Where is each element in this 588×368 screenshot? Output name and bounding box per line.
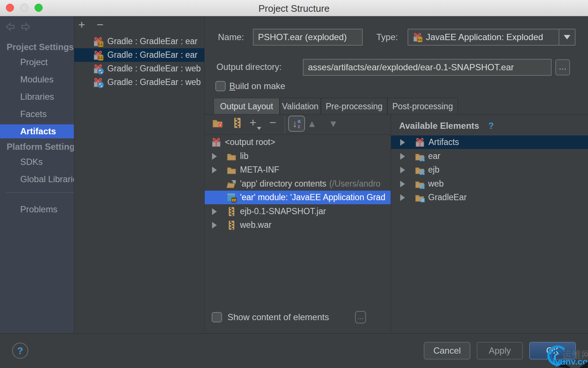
available-row-web[interactable]: web xyxy=(391,177,588,191)
folder-icon xyxy=(226,151,237,162)
expand-arrow-icon[interactable] xyxy=(212,208,217,215)
available-row-ejb[interactable]: ejb xyxy=(391,163,588,177)
output-directory-label: Output directory: xyxy=(216,61,282,72)
window-title: Project Structure xyxy=(0,3,588,14)
move-down-button[interactable]: ▼ xyxy=(329,117,338,130)
available-row-artifacts[interactable]: Artifacts xyxy=(391,135,588,149)
expand-arrow-icon[interactable] xyxy=(400,167,405,173)
tree-row-ejb-jar[interactable]: ejb-0.1-SNAPSHOT.jar xyxy=(205,205,391,218)
name-input[interactable]: PSHOT.ear (exploded) xyxy=(253,29,363,46)
module-folder-icon xyxy=(414,151,425,162)
toolbar-separator xyxy=(284,117,285,133)
remove-element-button[interactable]: − xyxy=(269,116,276,129)
artifact-row-selected[interactable]: Gradle : GradleEar : ear xyxy=(74,48,204,62)
combo-arrow-button[interactable] xyxy=(559,29,575,45)
add-element-button[interactable]: + xyxy=(250,116,257,129)
artifact-web-icon xyxy=(92,63,104,75)
artifact-icon xyxy=(414,137,426,148)
layout-toolbar: + − ↓ az ▲ ▼ xyxy=(205,114,391,135)
javaee-artifact-icon xyxy=(412,32,423,43)
sidebar-item-project[interactable]: Project xyxy=(20,57,74,67)
sidebar-item-sdks[interactable]: SDKs xyxy=(20,157,74,167)
show-content-checkbox[interactable] xyxy=(212,312,222,322)
folder-icon xyxy=(226,164,237,176)
expand-arrow-icon[interactable] xyxy=(400,139,405,146)
tree-row-output-root[interactable]: <output root> xyxy=(205,135,391,149)
tab-post-processing[interactable]: Post-processing xyxy=(387,98,458,114)
browse-output-directory-button[interactable]: … xyxy=(555,59,570,75)
sort-alphabetically-button[interactable]: ↓ az xyxy=(288,116,305,132)
module-folder-icon xyxy=(414,164,425,176)
jar-icon xyxy=(226,220,237,231)
add-element-caret-icon xyxy=(257,127,261,130)
name-label: Name: xyxy=(218,32,244,43)
available-elements-header: Available Elements xyxy=(399,121,479,131)
type-combobox[interactable]: JavaEE Application: Exploded xyxy=(408,29,576,46)
sidebar-item-modules[interactable]: Modules xyxy=(20,74,74,85)
tree-row-web-war[interactable]: web.war xyxy=(205,218,391,232)
artifact-ear-icon xyxy=(92,36,104,47)
artifact-ear-icon xyxy=(92,49,104,61)
tree-row-app-dir-contents[interactable]: 'app' directory contents (/Users/andro xyxy=(205,177,391,191)
artifact-row[interactable]: Gradle : GradleEar : web xyxy=(74,75,204,89)
module-folder-icon xyxy=(414,178,425,190)
artifact-row[interactable]: Gradle : GradleEar : ear xyxy=(74,35,204,48)
dialog-content: Project Settings Project Modules Librari… xyxy=(0,16,588,333)
expand-arrow-icon[interactable] xyxy=(400,153,405,160)
sidebar-item-global-libraries[interactable]: Global Libraries xyxy=(20,174,74,184)
history-nav xyxy=(5,22,31,32)
tab-validation[interactable]: Validation xyxy=(280,98,321,114)
dialog-buttons-bar: ? Cancel Apply OK 运维网 iyunv.com xyxy=(0,333,588,368)
help-button[interactable]: ? xyxy=(12,343,28,359)
chevron-down-icon xyxy=(564,35,570,39)
directory-contents-icon xyxy=(226,178,237,190)
artifact-editor-panel: Name: PSHOT.ear (exploded) Type: JavaEE … xyxy=(204,16,588,333)
artifact-web-icon xyxy=(92,77,104,88)
build-on-make-label: Build on make xyxy=(229,81,285,92)
help-link-icon[interactable]: ? xyxy=(488,121,494,131)
remove-artifact-button[interactable]: − xyxy=(97,20,104,30)
javaee-module-icon xyxy=(226,192,237,203)
expand-arrow-icon[interactable] xyxy=(400,194,405,201)
settings-sidebar: Project Settings Project Modules Librari… xyxy=(0,16,74,333)
sidebar-item-artifacts[interactable]: Artifacts xyxy=(0,124,74,138)
show-content-label: Show content of elements xyxy=(227,312,329,323)
project-settings-header: Project Settings xyxy=(7,42,74,52)
show-content-options-button[interactable]: … xyxy=(355,311,366,323)
available-row-gradleear[interactable]: GradleEar xyxy=(391,191,588,204)
sidebar-item-facets[interactable]: Facets xyxy=(20,109,74,119)
add-artifact-button[interactable]: + xyxy=(78,20,85,30)
available-row-ear[interactable]: ear xyxy=(391,149,588,163)
move-up-button[interactable]: ▲ xyxy=(307,117,317,130)
expand-arrow-icon[interactable] xyxy=(400,181,405,187)
apply-button[interactable]: Apply xyxy=(477,342,523,360)
artifact-icon xyxy=(211,137,222,148)
forward-icon[interactable] xyxy=(21,22,31,32)
platform-settings-header: Platform Settings xyxy=(7,142,74,152)
output-directory-input[interactable]: asses/artifacts/ear/exploded/ear-0.1-SNA… xyxy=(303,59,552,76)
tree-row-lib[interactable]: lib xyxy=(205,149,391,163)
new-archive-icon[interactable] xyxy=(231,117,244,129)
artifact-row[interactable]: Gradle : GradleEar : web xyxy=(74,62,204,75)
cancel-button[interactable]: Cancel xyxy=(424,342,470,360)
new-folder-icon[interactable] xyxy=(211,117,224,129)
back-icon[interactable] xyxy=(5,22,15,32)
jar-icon xyxy=(226,206,237,217)
project-structure-dialog: Project Structure Project Settings Proje… xyxy=(0,0,588,368)
ok-button[interactable]: OK xyxy=(529,342,576,360)
tree-row-meta-inf[interactable]: META-INF xyxy=(205,163,391,177)
tree-row-ear-module-selected[interactable]: 'ear' module: 'JavaEE Application Grad xyxy=(205,191,391,204)
tab-output-layout[interactable]: Output Layout xyxy=(214,98,280,114)
type-label: Type: xyxy=(376,32,398,43)
expand-arrow-icon[interactable] xyxy=(212,153,217,160)
tab-pre-processing[interactable]: Pre-processing xyxy=(321,98,387,114)
sort-alpha-icon: ↓ az xyxy=(293,118,301,129)
expand-arrow-icon[interactable] xyxy=(212,167,217,173)
expand-arrow-icon[interactable] xyxy=(212,222,217,229)
build-on-make-checkbox[interactable] xyxy=(215,81,226,91)
sidebar-divider xyxy=(5,192,74,193)
sidebar-item-libraries[interactable]: Libraries xyxy=(20,92,74,102)
titlebar: Project Structure xyxy=(0,0,588,16)
artifact-list-panel: + − Gradle : GradleEar : ear Gradle : Gr… xyxy=(74,16,204,333)
sidebar-item-problems[interactable]: Problems xyxy=(20,204,74,215)
